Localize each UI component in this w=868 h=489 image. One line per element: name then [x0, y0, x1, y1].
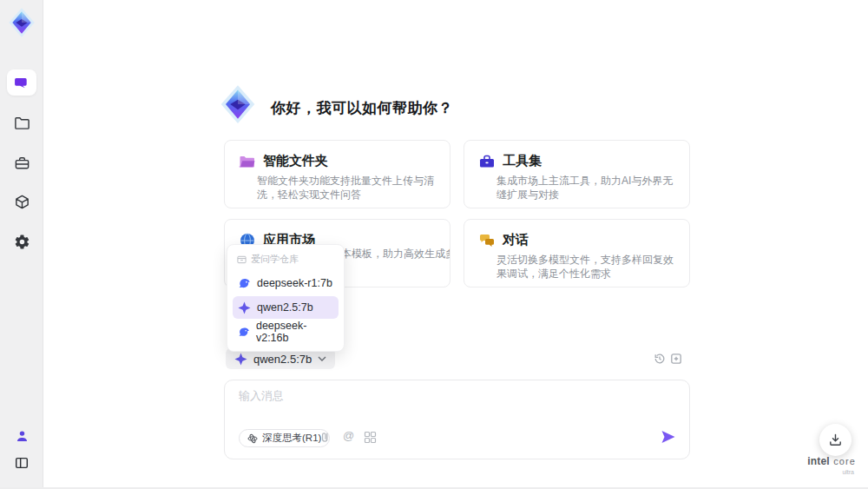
gear-icon — [14, 234, 30, 250]
model-option-deepseek-v2[interactable]: deepseek-v2:16b — [233, 320, 339, 343]
model-option-label: deepseek-v2:16b — [256, 320, 333, 344]
sidebar-item-profile[interactable] — [7, 423, 36, 449]
repo-icon — [237, 254, 247, 264]
greeting-title: 你好，我可以如何帮助你？ — [271, 98, 453, 118]
card-title: 工具集 — [503, 153, 542, 169]
dialog-icon — [478, 232, 496, 249]
history-icon[interactable] — [654, 353, 666, 365]
person-icon — [15, 429, 30, 444]
sidebar-item-chat[interactable] — [7, 69, 36, 96]
card-description: 智能文件夹功能支持批量文件上传与清洗，轻松实现文件问答 — [257, 174, 439, 202]
sidebar-item-settings[interactable] — [7, 228, 36, 254]
qwen-icon — [238, 301, 251, 314]
deep-think-label: 深度思考(R1) — [262, 432, 321, 445]
toolkit-icon — [478, 153, 496, 170]
intel-logo-text: intel — [807, 455, 830, 467]
intel-core-badge: intel core ultra — [804, 455, 859, 478]
panel-toggle-icon — [14, 455, 30, 471]
chat-bubble-icon — [14, 75, 30, 90]
smart-folder-icon — [239, 153, 256, 170]
apps-grid-icon[interactable] — [364, 431, 377, 444]
briefcase-icon — [14, 155, 30, 171]
core-suffix-text: ultra — [804, 467, 859, 478]
app-logo-icon — [8, 7, 36, 38]
message-composer[interactable]: 深度思考(R1) @ — [224, 380, 690, 459]
sidebar-item-tools[interactable] — [7, 149, 36, 175]
card-title: 智能文件夹 — [263, 153, 328, 169]
qwen-icon — [234, 353, 247, 366]
sidebar-item-apps[interactable] — [7, 188, 36, 215]
folder-icon — [14, 115, 30, 131]
new-chat-icon[interactable] — [670, 353, 682, 365]
model-option-label: deepseek-r1:7b — [257, 277, 332, 289]
cube-icon — [14, 194, 30, 210]
model-dropdown: 爱问学仓库 deepseek-r1:7b qwen2.5:7b deepseek… — [227, 244, 345, 352]
assistant-logo-icon — [220, 84, 256, 124]
model-option-deepseek-r1[interactable]: deepseek-r1:7b — [233, 272, 339, 294]
sidebar-item-folders[interactable] — [7, 109, 36, 135]
deepseek-icon — [238, 326, 250, 339]
deepseek-icon — [238, 277, 251, 290]
model-option-qwen[interactable]: qwen2.5:7b — [233, 296, 339, 319]
card-title: 对话 — [503, 232, 529, 248]
sidebar-collapse[interactable] — [7, 450, 36, 476]
app-window: 你好，我可以如何帮助你？ 智能文件夹 智能文件夹功能支持批量文件上传与清洗，轻松… — [0, 0, 868, 489]
chevron-down-icon — [318, 356, 326, 361]
deep-think-icon — [247, 433, 258, 444]
send-icon[interactable] — [661, 429, 676, 445]
model-option-label: qwen2.5:7b — [257, 301, 313, 314]
mention-icon[interactable]: @ — [343, 429, 354, 442]
deep-think-toggle[interactable]: 深度思考(R1) — [239, 429, 330, 447]
card-toolkit[interactable]: 工具集 集成市场上主流工具，助力AI与外界无缝扩展与对接 — [464, 140, 690, 208]
core-logo-text: core — [833, 456, 855, 466]
model-repo-label: 爱问学仓库 — [251, 253, 299, 266]
card-smart-folder[interactable]: 智能文件夹 智能文件夹功能支持批量文件上传与清洗，轻松实现文件问答 — [224, 140, 450, 208]
download-icon — [828, 433, 843, 447]
card-description: 集成市场上主流工具，助力AI与外界无缝扩展与对接 — [496, 174, 679, 202]
model-selector-label: qwen2.5:7b — [253, 353, 312, 366]
model-dropdown-header: 爱问学仓库 — [232, 250, 339, 270]
card-dialog[interactable]: 对话 灵活切换多模型文件，支持多样回复效果调试，满足个性化需求 — [464, 219, 690, 287]
card-description: 灵活切换多模型文件，支持多样回复效果调试，满足个性化需求 — [496, 253, 679, 281]
attachment-icon[interactable] — [319, 431, 331, 444]
sidebar — [0, 0, 43, 489]
card-description-fragment: 本模板，助力高效生成多 — [341, 247, 450, 261]
download-button[interactable] — [819, 424, 852, 456]
message-input[interactable] — [239, 388, 673, 423]
